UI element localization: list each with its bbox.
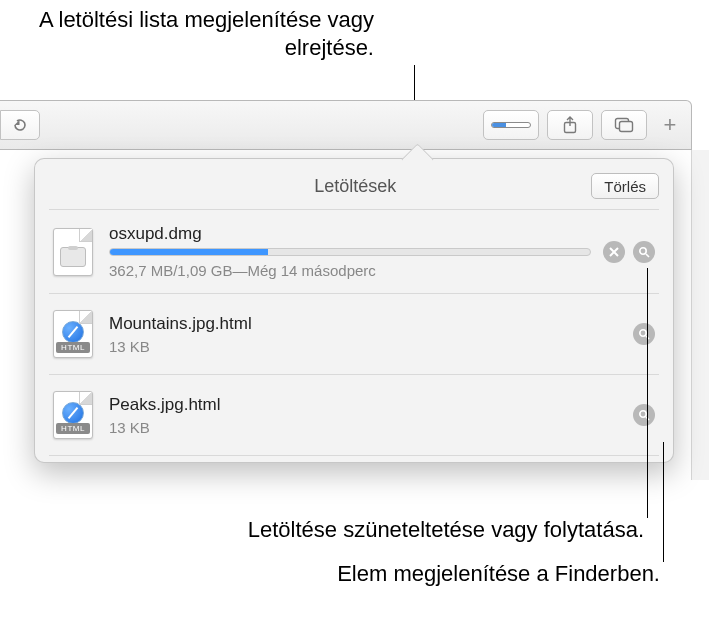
svg-point-4	[640, 330, 646, 336]
magnifier-icon	[638, 246, 650, 258]
file-icon-html: HTML	[49, 308, 97, 360]
reveal-in-finder-button[interactable]	[633, 323, 655, 345]
magnifier-icon	[638, 328, 650, 340]
callout-pause-resume: Letöltése szüneteltetése vagy folytatása…	[70, 516, 644, 544]
download-status: 362,7 MB/1,09 GB—Még 14 másodperc	[109, 262, 591, 279]
reveal-in-finder-button[interactable]	[633, 404, 655, 426]
tabs-button[interactable]	[601, 110, 647, 140]
reload-icon	[12, 117, 28, 133]
safari-toolbar: +	[0, 100, 692, 150]
download-item: HTML Peaks.jpg.html 13 KB	[49, 374, 659, 456]
callout-line	[647, 268, 648, 518]
html-badge: HTML	[56, 342, 90, 353]
stop-download-button[interactable]	[603, 241, 625, 263]
reveal-in-finder-button[interactable]	[633, 241, 655, 263]
reload-button[interactable]	[0, 110, 40, 140]
downloads-popover: Letöltések Törlés osxupd.dmg 362,7 MB/1,…	[34, 158, 674, 463]
download-status: 13 KB	[109, 338, 621, 355]
close-icon	[608, 246, 620, 258]
magnifier-icon	[638, 409, 650, 421]
svg-point-5	[640, 411, 646, 417]
callout-line	[663, 442, 664, 562]
download-list: osxupd.dmg 362,7 MB/1,09 GB—Még 14 másod…	[49, 209, 659, 456]
download-filename: Peaks.jpg.html	[109, 395, 621, 415]
file-icon-html: HTML	[49, 389, 97, 441]
share-icon	[562, 116, 578, 134]
download-filename: osxupd.dmg	[109, 224, 591, 244]
svg-rect-2	[620, 122, 633, 132]
callout-reveal-finder: Elem megjelenítése a Finderben.	[260, 560, 660, 588]
download-item: HTML Mountains.jpg.html 13 KB	[49, 293, 659, 374]
downloads-toolbar-button[interactable]	[483, 110, 539, 140]
callout-show-hide-downloads: A letöltési lista megjelenítése vagy elr…	[14, 6, 374, 61]
html-badge: HTML	[56, 423, 90, 434]
download-progress-bar	[109, 248, 591, 256]
clear-button[interactable]: Törlés	[591, 173, 659, 199]
downloads-progress-icon	[491, 122, 531, 128]
tabs-icon	[614, 117, 634, 133]
vertical-scrollbar[interactable]	[691, 150, 709, 480]
share-button[interactable]	[547, 110, 593, 140]
file-icon-dmg	[49, 226, 97, 278]
popover-title: Letöltések	[49, 176, 591, 197]
download-item: osxupd.dmg 362,7 MB/1,09 GB—Még 14 másod…	[49, 209, 659, 293]
svg-point-3	[640, 247, 646, 253]
plus-icon: +	[664, 112, 677, 138]
download-status: 13 KB	[109, 419, 621, 436]
download-filename: Mountains.jpg.html	[109, 314, 621, 334]
new-tab-button[interactable]: +	[655, 110, 685, 140]
